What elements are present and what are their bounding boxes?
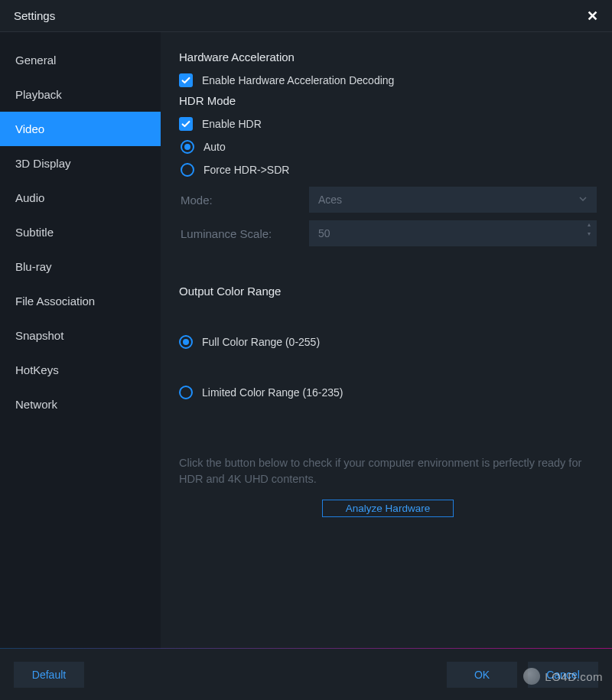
- sidebar-item-label: Snapshot: [15, 329, 63, 342]
- section-hw-accel: Hardware Acceleration: [179, 50, 597, 63]
- label-luminance: Luminance Scale:: [179, 227, 309, 240]
- sidebar-item-label: General: [15, 54, 56, 67]
- settings-sidebar: General Playback Video 3D Display Audio …: [0, 32, 161, 649]
- sidebar-item-playback[interactable]: Playback: [0, 77, 161, 112]
- check-icon: [181, 119, 191, 129]
- sidebar-item-label: Video: [15, 122, 44, 135]
- sidebar-item-hotkeys[interactable]: HotKeys: [0, 353, 161, 387]
- radio-limited-color-range[interactable]: [179, 386, 193, 399]
- button-label: Default: [32, 669, 66, 681]
- hdr-help-text: Click the button below to check if your …: [179, 455, 597, 487]
- section-hdr: HDR Mode: [179, 94, 597, 107]
- titlebar: Settings ✕: [0, 0, 612, 32]
- close-icon[interactable]: ✕: [584, 6, 601, 26]
- radio-hdr-auto[interactable]: [181, 140, 194, 154]
- settings-content: Hardware Acceleration Enable Hardware Ac…: [161, 32, 612, 649]
- sidebar-item-label: Blu-ray: [15, 260, 52, 273]
- sidebar-item-snapshot[interactable]: Snapshot: [0, 318, 161, 353]
- label-mode: Mode:: [179, 194, 309, 207]
- cancel-button[interactable]: Cancel: [528, 662, 598, 688]
- sidebar-item-bluray[interactable]: Blu-ray: [0, 249, 161, 284]
- dialog-footer: Default OK Cancel: [0, 649, 612, 700]
- check-icon: [181, 75, 191, 86]
- analyze-hardware-button[interactable]: Analyze Hardware: [322, 500, 454, 517]
- checkbox-hw-accel[interactable]: [179, 73, 193, 87]
- sidebar-item-audio[interactable]: Audio: [0, 181, 161, 215]
- sidebar-item-label: File Association: [15, 295, 95, 308]
- sidebar-item-label: 3D Display: [15, 157, 71, 170]
- section-output-color-range: Output Color Range: [179, 285, 597, 298]
- sidebar-item-network[interactable]: Network: [0, 387, 161, 422]
- chevron-down-icon: [578, 194, 588, 206]
- radio-full-color-range[interactable]: [179, 335, 193, 349]
- input-luminance-scale[interactable]: 50 ▴ ▾: [309, 220, 597, 246]
- ok-button[interactable]: OK: [447, 662, 517, 688]
- spinner-value: 50: [318, 227, 330, 239]
- sidebar-item-label: Subtitle: [15, 226, 54, 239]
- sidebar-item-3d-display[interactable]: 3D Display: [0, 146, 161, 181]
- default-button[interactable]: Default: [14, 662, 84, 688]
- button-label: OK: [474, 669, 490, 681]
- label-limited-range: Limited Color Range (16-235): [202, 386, 343, 399]
- sidebar-item-file-association[interactable]: File Association: [0, 284, 161, 318]
- label-hdr-auto: Auto: [203, 141, 226, 153]
- label-full-range: Full Color Range (0-255): [202, 336, 320, 348]
- button-label: Cancel: [546, 669, 580, 681]
- label-enable-hdr: Enable HDR: [202, 118, 262, 130]
- radio-hdr-force-sdr[interactable]: [181, 163, 194, 177]
- sidebar-item-label: Playback: [15, 88, 62, 101]
- sidebar-item-subtitle[interactable]: Subtitle: [0, 215, 161, 249]
- label-hdr-force: Force HDR->SDR: [203, 164, 289, 176]
- window-title: Settings: [14, 9, 55, 22]
- label-hw-accel: Enable Hardware Acceleration Decoding: [202, 74, 394, 86]
- sidebar-item-general[interactable]: General: [0, 43, 161, 77]
- sidebar-item-label: HotKeys: [15, 363, 59, 376]
- select-hdr-mode[interactable]: Aces: [309, 187, 597, 213]
- sidebar-item-label: Audio: [15, 191, 44, 204]
- spinner-down-icon[interactable]: ▾: [588, 232, 592, 236]
- spinner-up-icon[interactable]: ▴: [588, 223, 592, 227]
- sidebar-item-video[interactable]: Video: [0, 112, 161, 146]
- button-label: Analyze Hardware: [346, 503, 430, 514]
- checkbox-enable-hdr[interactable]: [179, 117, 193, 131]
- sidebar-item-label: Network: [15, 398, 57, 411]
- select-value: Aces: [318, 194, 342, 206]
